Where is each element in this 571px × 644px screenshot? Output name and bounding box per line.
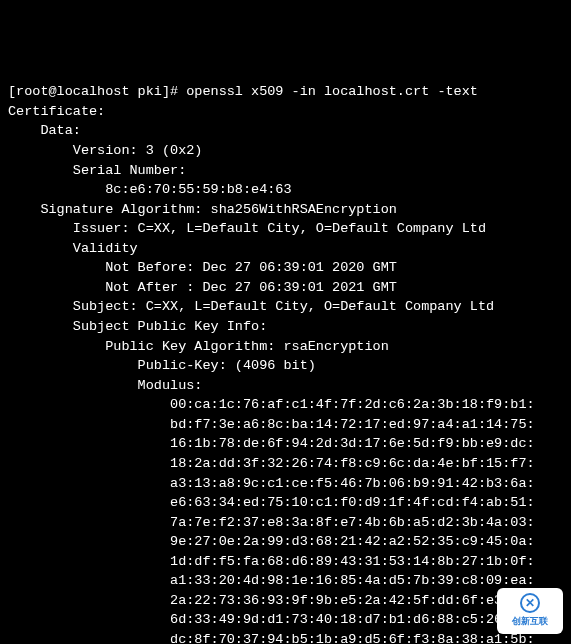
output-line: e6:63:34:ed:75:10:c1:f0:d9:1f:4f:cd:f4:a…	[8, 495, 535, 510]
output-line: Subject Public Key Info:	[8, 319, 267, 334]
output-line: 6d:33:49:9d:d1:73:40:18:d7:b1:d6:88:c5:2…	[8, 612, 535, 627]
output-line: Validity	[8, 241, 138, 256]
command-text: openssl x509 -in localhost.crt -text	[186, 84, 478, 99]
output-line: dc:8f:70:37:94:b5:1b:a9:d5:6f:f3:8a:38:a…	[8, 632, 535, 644]
watermark-text: 创新互联	[512, 615, 548, 628]
watermark-icon: ✕	[520, 593, 540, 613]
output-line: Subject: C=XX, L=Default City, O=Default…	[8, 299, 494, 314]
shell-prompt: [root@localhost pki]#	[8, 84, 186, 99]
output-line: 2a:22:73:36:93:9f:9b:e5:2a:42:5f:dd:6f:e…	[8, 593, 535, 608]
output-line: Certificate:	[8, 104, 105, 119]
output-line: Public Key Algorithm: rsaEncryption	[8, 339, 389, 354]
output-line: 16:1b:78:de:6f:94:2d:3d:17:6e:5d:f9:bb:e…	[8, 436, 535, 451]
output-line: Not After : Dec 27 06:39:01 2021 GMT	[8, 280, 397, 295]
output-line: Public-Key: (4096 bit)	[8, 358, 316, 373]
output-line: 9e:27:0e:2a:99:d3:68:21:42:a2:52:35:c9:4…	[8, 534, 535, 549]
output-line: Modulus:	[8, 378, 202, 393]
output-line: Data:	[8, 123, 81, 138]
output-line: 8c:e6:70:55:59:b8:e4:63	[8, 182, 292, 197]
output-line: 18:2a:dd:3f:32:26:74:f8:c9:6c:da:4e:bf:1…	[8, 456, 535, 471]
terminal-output: [root@localhost pki]# openssl x509 -in l…	[8, 82, 563, 644]
output-line: bd:f7:3e:a6:8c:ba:14:72:17:ed:97:a4:a1:1…	[8, 417, 535, 432]
output-line: Serial Number:	[8, 163, 186, 178]
output-line: a3:13:a8:9c:c1:ce:f5:46:7b:06:b9:91:42:b…	[8, 476, 535, 491]
output-line: Signature Algorithm: sha256WithRSAEncryp…	[8, 202, 397, 217]
output-line: 1d:df:f5:fa:68:d6:89:43:31:53:14:8b:27:1…	[8, 554, 535, 569]
output-line: Issuer: C=XX, L=Default City, O=Default …	[8, 221, 486, 236]
output-line: 00:ca:1c:76:af:c1:4f:7f:2d:c6:2a:3b:18:f…	[8, 397, 535, 412]
output-line: Not Before: Dec 27 06:39:01 2020 GMT	[8, 260, 397, 275]
output-line: a1:33:20:4d:98:1e:16:85:4a:d5:7b:39:c8:0…	[8, 573, 535, 588]
output-line: 7a:7e:f2:37:e8:3a:8f:e7:4b:6b:a5:d2:3b:4…	[8, 515, 535, 530]
output-line: Version: 3 (0x2)	[8, 143, 202, 158]
watermark-badge: ✕ 创新互联	[497, 588, 563, 634]
